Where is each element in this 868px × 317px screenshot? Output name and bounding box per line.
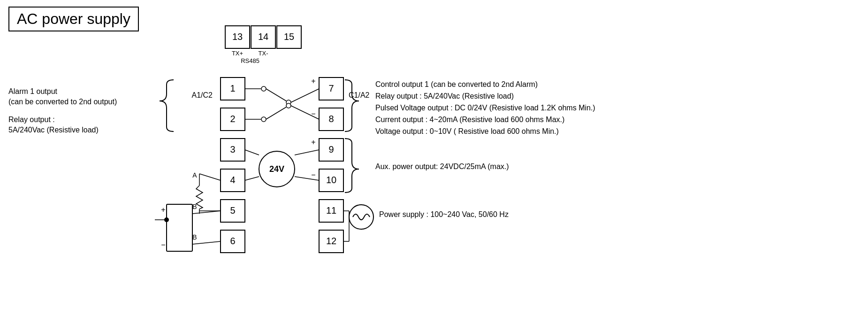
- plus-9-label: +: [311, 138, 315, 146]
- terminal-14-label: 14: [258, 31, 268, 42]
- terminal-5-label: 5: [230, 205, 235, 216]
- tx-plus-label: TX+: [232, 50, 243, 57]
- resistor-zigzag: [196, 186, 203, 209]
- minus-10-label: −: [311, 171, 315, 179]
- relay-arm-2: [266, 107, 286, 119]
- wire-9-24v: [295, 150, 319, 155]
- a1c2-label: A1/C2: [192, 91, 213, 99]
- diagram: AC power supply 13 14 15 TX+ TX- RS485 1…: [0, 0, 868, 317]
- relay-contact-2-open: [261, 117, 266, 122]
- minus-8-label: −: [311, 110, 315, 118]
- wire-relay-7: [291, 89, 319, 102]
- wire-a-term4: [199, 174, 221, 180]
- control-line2-text: Relay output : 5A/240Vac (Resistive load…: [375, 92, 514, 100]
- terminal-13-label: 13: [232, 31, 243, 42]
- sensor-b2-label: B: [192, 233, 197, 241]
- terminal-1-label: 1: [230, 83, 235, 93]
- terminal-12-label: 12: [326, 236, 336, 246]
- right-brace-78: [345, 80, 359, 131]
- control-line1-text: Control output 1 (can be converted to 2n…: [375, 80, 538, 88]
- terminal-11-label: 11: [326, 205, 336, 216]
- plus-7-label: +: [311, 77, 315, 85]
- relay-contact-1-open: [261, 86, 266, 91]
- terminal-2-label: 2: [230, 114, 235, 124]
- alarm1-line4-text: 5A/240Vac (Resistive load): [8, 126, 99, 134]
- terminal-3-label: 3: [230, 144, 235, 155]
- aux-power-text: Aux. power output: 24VDC/25mA (max.): [375, 162, 509, 170]
- terminal-8-label: 8: [328, 114, 334, 124]
- power-supply-text: Power supply : 100~240 Vac, 50/60 Hz: [379, 210, 509, 218]
- terminal-9-label: 9: [328, 144, 334, 155]
- alarm1-line2-text: (can be converted to 2nd output): [8, 98, 117, 106]
- wire-sensor-5: [192, 211, 221, 214]
- wire-sensor-6: [192, 241, 221, 244]
- right-brace-910: [345, 139, 359, 193]
- rs485-label: RS485: [241, 57, 259, 64]
- control-line5-text: Voltage output : 0~10V ( Resistive load …: [375, 127, 559, 135]
- terminal-7-label: 7: [328, 83, 334, 93]
- wire-3-24v: [245, 150, 259, 155]
- sensor-minus-label: −: [161, 241, 165, 249]
- tx-minus-label: TX-: [259, 50, 268, 57]
- control-line4-text: Current output : 4~20mA (Resistive load …: [375, 116, 564, 124]
- relay-contact-2b-open: [286, 103, 291, 108]
- left-brace-12: [160, 80, 174, 131]
- terminal-10-label: 10: [326, 175, 336, 185]
- ac-circle: [349, 205, 373, 229]
- sensor-plus-label: +: [161, 206, 165, 214]
- sensor-a-label: A: [192, 171, 197, 179]
- alarm1-line3-text: Relay output :: [8, 116, 55, 124]
- control-line3-text: Pulsed Voltage output : DC 0/24V (Resist…: [375, 104, 595, 112]
- terminal-6-label: 6: [230, 236, 235, 246]
- main-svg: 13 14 15 TX+ TX- RS485 1 2 3 4 5 6: [0, 0, 868, 317]
- relay-arm-1: [266, 89, 286, 101]
- terminal-4-label: 4: [230, 175, 235, 185]
- sensor-box: [167, 204, 192, 251]
- terminal-15-label: 15: [284, 31, 294, 42]
- 24v-text: 24V: [269, 164, 284, 174]
- wire-4-24v: [245, 177, 259, 180]
- alarm1-line1-text: Alarm 1 output: [8, 87, 58, 95]
